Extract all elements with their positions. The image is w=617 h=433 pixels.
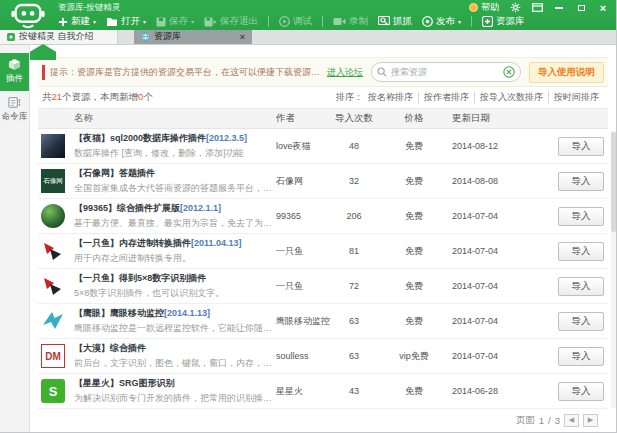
play-circle-icon (279, 16, 290, 27)
plugin-update-date: 2014-06-28 (452, 386, 528, 396)
tab-close-icon[interactable]: × (240, 32, 245, 42)
total-count: 21 (52, 91, 63, 102)
import-button[interactable]: 导入 (558, 382, 604, 401)
skin-panel-icon[interactable] (531, 3, 543, 13)
plugin-desc: 用于内存之间进制转换专用。 (74, 252, 276, 265)
table-row: S 【星星火】SRG图形识别 为解决识别而专门开发的插件，把常用的识别操作进行分… (38, 374, 608, 409)
import-help-button[interactable]: 导入使用说明 (529, 62, 604, 83)
plugin-import-count: 48 (332, 141, 376, 151)
sort-by-imports[interactable]: 按导入次数排序 (474, 91, 548, 104)
chevron-down-icon: ▾ (458, 18, 461, 25)
plugin-import-count: 206 (332, 211, 376, 221)
table-row: DM 【大漠】综合插件 前后台，文字识别，图色，键鼠，窗口，内存，DX，Call… (38, 339, 608, 374)
import-button[interactable]: 导入 (558, 312, 604, 331)
search-icon (377, 67, 387, 77)
sidebar: 插件 命令库 (0, 45, 30, 432)
help-label: 帮助 (481, 1, 499, 14)
plugin-import-count: 32 (332, 176, 376, 186)
toolbar-new-button[interactable]: 新建 ▾ (58, 15, 96, 28)
toolbar-record-button: 录制 (333, 15, 368, 28)
vertical-scrollbar[interactable] (611, 131, 616, 408)
plugin-thumbnail (41, 274, 65, 298)
chevron-down-icon: ▾ (191, 18, 194, 25)
resource-count: 共21个资源，本周新增0个 (42, 91, 153, 104)
robot-logo-icon (5, 1, 51, 29)
forum-link[interactable]: 进入论坛 (327, 66, 363, 79)
sort-bar: 排序： 按名称排序 按作者排序 按导入次数排序 按时间排序 (336, 91, 604, 104)
document-tab-bar: 按键精灵 自我介绍 资源库 × (0, 30, 616, 45)
globe-icon (141, 32, 150, 41)
plugin-version: [2012.3.5] (206, 133, 247, 143)
toolbar-open-button[interactable]: 打开 ▾ (106, 15, 146, 28)
plugin-desc: 全国首家集成各大代答商资源的答题服务平台，最稳定、最效率、性 (74, 182, 276, 195)
import-button[interactable]: 导入 (558, 347, 604, 366)
plugin-title: 【99365】综合插件扩展版[2012.1.1] (74, 202, 276, 215)
pagination: 页面 1 / 3 ◀ ▶ (38, 409, 608, 431)
toolbar-capture-button[interactable]: 抓抓 (378, 15, 412, 28)
table-row: 石像网 【石像网】答题插件 全国首家集成各大代答商资源的答题服务平台，最稳定、最… (38, 164, 608, 199)
plugin-desc: 前后台，文字识别，图色，键鼠，窗口，内存，DX，Call (74, 357, 276, 370)
pagination-current: 1 (539, 415, 544, 426)
sidebar-item-command-library-label: 命令库 (2, 111, 28, 123)
sort-by-author[interactable]: 按作者排序 (418, 91, 474, 104)
plugin-thumbnail (41, 239, 65, 263)
import-button[interactable]: 导入 (558, 172, 604, 191)
plugin-author: 鹰眼移动监控 (276, 315, 332, 328)
table-header: 名称 作者 导入次数 价格 更新日期 (38, 108, 608, 129)
toolbar-resource-library-button[interactable]: 资源库 (482, 15, 525, 28)
table-row: 【夜猫】sql2000数据库操作插件[2012.3.5] 数据库操作 [查询，修… (38, 129, 608, 164)
toolbar-open-label: 打开 (121, 15, 140, 28)
table-row: 【一只鱼】得到5×8数字识别插件 5×8数字识别插件，也可以识别文字。 一只鱼 … (38, 269, 608, 304)
notice-accent-icon (42, 65, 45, 80)
plugin-author: 星星火 (276, 385, 332, 398)
sidebar-item-command-library[interactable]: 命令库 (0, 91, 29, 129)
help-button[interactable]: 帮助 (469, 1, 499, 14)
plus-box-icon (482, 16, 493, 27)
prev-page-button[interactable]: ◀ (564, 414, 579, 427)
toolbar-separator (268, 16, 269, 27)
cube-icon (8, 58, 21, 71)
import-button[interactable]: 导入 (558, 207, 604, 226)
toolbar-publish-label: 发布 (436, 15, 455, 28)
toolbar-save-button: 保存 ▾ (156, 15, 194, 28)
plugin-title: 【大漠】综合插件 (74, 342, 276, 355)
plugin-version: [2014.1.13] (164, 308, 210, 318)
search-input[interactable] (391, 67, 499, 77)
maximize-button[interactable] (575, 3, 587, 13)
plugin-update-date: 2014-08-12 (452, 141, 528, 151)
import-button[interactable]: 导入 (558, 277, 604, 296)
sort-by-name[interactable]: 按名称排序 (363, 91, 418, 104)
import-button[interactable]: 导入 (558, 137, 604, 156)
toolbar-publish-button[interactable]: 发布 ▾ (422, 15, 461, 28)
search-box[interactable] (371, 62, 521, 82)
screen-magnifier-icon (378, 16, 390, 27)
tab-resource-library[interactable]: 资源库 × (134, 29, 252, 44)
toolbar-debug-button: 调试 (279, 15, 312, 28)
pagination-separator: / (548, 415, 551, 426)
plugin-title: 【鹰眼】鹰眼移动监控[2014.1.13] (74, 307, 276, 320)
publish-circle-icon (422, 16, 433, 27)
settings-gear-icon[interactable] (509, 3, 521, 13)
toolbar-save-exit-label: 保存退出 (220, 15, 258, 28)
coin-icon (469, 3, 478, 12)
plugin-author: soulless (276, 351, 332, 361)
tab-intro[interactable]: 按键精灵 自我介绍 (0, 29, 118, 44)
sidebar-item-plugins[interactable]: 插件 (0, 53, 29, 91)
scrollbar-thumb[interactable] (611, 132, 616, 232)
plugin-author: 一只鱼 (276, 280, 332, 293)
plugin-thumbnail (41, 204, 65, 228)
plugin-import-count: 43 (332, 386, 376, 396)
chevron-down-icon: ▾ (143, 18, 146, 25)
tab-intro-label: 按键精灵 自我介绍 (19, 30, 94, 43)
chevron-down-icon: ▾ (93, 18, 96, 25)
next-page-button[interactable]: ▶ (583, 414, 598, 427)
import-button[interactable]: 导入 (558, 242, 604, 261)
sort-by-time[interactable]: 按时间排序 (548, 91, 604, 104)
minimize-button[interactable] (553, 3, 565, 13)
plugin-thumbnail (41, 134, 65, 158)
plugin-thumbnail: 石像网 (41, 169, 65, 193)
clear-search-icon[interactable] (503, 66, 515, 78)
stats-sort-row: 共21个资源，本周新增0个 排序： 按名称排序 按作者排序 按导入次数排序 按时… (38, 87, 608, 108)
plugin-title: 【一只鱼】得到5×8数字识别插件 (74, 272, 276, 285)
close-button[interactable]: × (597, 3, 609, 13)
